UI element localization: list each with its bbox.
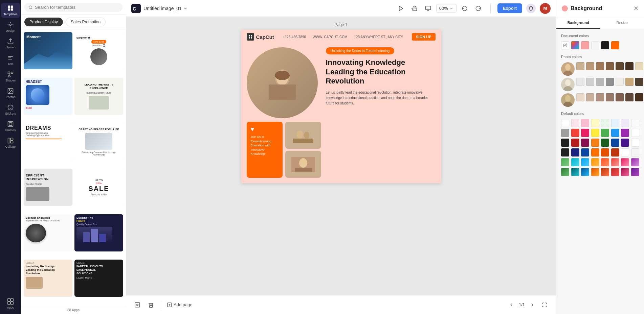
tab-sales-promotion[interactable]: Sales Promotion <box>66 18 106 26</box>
pc-swatch-6[interactable] <box>625 62 634 70</box>
dc-swatch-darkgreen[interactable] <box>601 139 609 147</box>
dc-swatch-blue[interactable] <box>611 129 619 137</box>
dc-swatch-amber[interactable] <box>591 148 599 156</box>
pc-swatch-8[interactable] <box>576 78 584 86</box>
fullscreen-button[interactable] <box>540 300 549 310</box>
dc-swatch-darkgray[interactable] <box>561 139 569 147</box>
sidebar-item-design[interactable]: Design <box>1 19 20 34</box>
redo-button[interactable] <box>473 3 484 14</box>
color-swatch-orange[interactable] <box>611 41 619 49</box>
dc-swatch-white3[interactable] <box>631 139 639 147</box>
template-card-efficient[interactable]: EFFICIENTINSPIRATION Creative Studio <box>24 169 72 206</box>
sidebar-item-upload[interactable]: Upload <box>1 36 20 51</box>
dc-swatch-burnt[interactable] <box>611 148 619 156</box>
export-button[interactable]: Export <box>497 3 522 13</box>
pc-swatch-1[interactable] <box>576 62 584 70</box>
dc-swatch-grad-red[interactable] <box>611 158 619 166</box>
pc-swatch-21[interactable] <box>635 93 643 101</box>
template-card-insights[interactable]: CapCut IN-DEPTH INSIGHTSEXCEPTIONALSOLUT… <box>74 260 123 297</box>
dc-swatch-offwhite[interactable] <box>631 119 639 127</box>
dc-swatch-pink[interactable] <box>581 129 589 137</box>
dc-swatch-yellow[interactable] <box>591 129 599 137</box>
sidebar-item-stickers[interactable]: Stickers <box>1 102 20 117</box>
zoom-control[interactable]: 60% <box>436 4 457 13</box>
dc-swatch-darkblue[interactable] <box>611 139 619 147</box>
pc-swatch-15[interactable] <box>576 93 584 101</box>
pc-swatch-12[interactable] <box>616 78 624 86</box>
dc-swatch-grad-green[interactable] <box>561 158 569 166</box>
tab-product-display[interactable]: Product Display <box>24 18 63 26</box>
pc-swatch-9[interactable] <box>586 78 594 86</box>
dc-swatch-lightgray2[interactable] <box>631 148 639 156</box>
template-card-speaker[interactable]: Speaker Showcase Experience The Magic Of… <box>24 214 72 251</box>
color-swatch-black[interactable] <box>601 41 609 49</box>
prev-page-button[interactable] <box>507 300 516 310</box>
pc-swatch-17[interactable] <box>596 93 604 101</box>
pc-swatch-18[interactable] <box>606 93 614 101</box>
pc-swatch-4[interactable] <box>606 62 614 70</box>
dc-swatch-pink-light[interactable] <box>571 119 579 127</box>
pc-swatch-14[interactable] <box>635 78 643 86</box>
panel-close-button[interactable]: ✕ <box>634 5 639 12</box>
dc-swatch-darkpink[interactable] <box>581 139 589 147</box>
dc-swatch-grad-green2[interactable] <box>561 168 569 176</box>
pc-swatch-16[interactable] <box>586 93 594 101</box>
canvas-signup-button[interactable]: SIGN UP <box>412 33 435 41</box>
dc-swatch-white2[interactable] <box>631 129 639 137</box>
template-card-leading[interactable]: LEADING THE WAY To EXCELLENCE Building a… <box>74 78 123 115</box>
dc-swatch-blue-light[interactable] <box>611 119 619 127</box>
dc-swatch-yellow-light[interactable] <box>591 119 599 127</box>
dc-swatch-grad-blue2[interactable] <box>581 168 589 176</box>
color-swatch-gradient[interactable] <box>571 41 579 49</box>
template-card-innovating[interactable]: CapCut Innovating KnowledgeLeading the E… <box>24 260 72 297</box>
color-swatch-lightgray[interactable] <box>591 41 599 49</box>
dc-swatch-purple-light[interactable] <box>621 119 629 127</box>
template-card-mountains[interactable]: Moment <box>24 32 72 69</box>
dc-swatch-green[interactable] <box>601 129 609 137</box>
dc-swatch-grad-crimson[interactable] <box>611 168 619 176</box>
search-input[interactable] <box>35 5 118 10</box>
dc-swatch-grad-violet[interactable] <box>631 168 639 176</box>
dc-swatch-grad-rose2[interactable] <box>621 168 629 176</box>
sidebar-item-apps[interactable]: Apps <box>1 296 20 311</box>
sidebar-item-photos[interactable]: Photos <box>1 86 20 101</box>
template-card-crafting[interactable]: CRAFTING SPACES FOR • LIFE Enhancing Com… <box>74 123 123 160</box>
dc-swatch-red[interactable] <box>571 129 579 137</box>
pc-swatch-5[interactable] <box>616 62 624 70</box>
pc-swatch-19[interactable] <box>616 93 624 101</box>
dc-swatch-royalblue[interactable] <box>581 148 589 156</box>
template-card-sale[interactable]: UP TO 20% SALE ANNUAL SALE <box>74 169 123 206</box>
pc-swatch-2[interactable] <box>586 62 594 70</box>
next-page-button[interactable] <box>528 300 537 310</box>
tab-resize[interactable]: Resize <box>600 17 644 29</box>
sidebar-item-shapes[interactable]: Shapes <box>1 69 20 84</box>
add-page-button[interactable]: Add page <box>164 300 195 310</box>
sidebar-item-frames[interactable]: Frames <box>1 119 20 134</box>
pc-swatch-3[interactable] <box>596 62 604 70</box>
hand-tool-button[interactable] <box>409 3 420 14</box>
pc-swatch-10[interactable] <box>596 78 604 86</box>
template-card-dreams[interactable]: DREAMS Empowering DreamsCreating Opportu… <box>24 123 72 160</box>
template-card-building[interactable]: Building The Future Quality Comes First <box>74 214 123 251</box>
sidebar-item-text[interactable]: Text <box>1 52 20 68</box>
dc-swatch-orange[interactable] <box>591 139 599 147</box>
dc-swatch-purple[interactable] <box>621 129 629 137</box>
dc-swatch-grad-pink[interactable] <box>621 158 629 166</box>
dc-swatch-white[interactable] <box>561 119 569 127</box>
dc-swatch-darkred[interactable] <box>571 139 579 147</box>
dc-swatch-rose[interactable] <box>581 119 589 127</box>
play-button[interactable] <box>396 3 406 14</box>
undo-button[interactable] <box>459 3 470 14</box>
sidebar-item-collage[interactable]: Collage <box>1 135 20 150</box>
dc-swatch-black2[interactable] <box>561 148 569 156</box>
pc-swatch-11[interactable] <box>606 78 614 86</box>
sidebar-item-templates[interactable]: Templates <box>1 3 20 18</box>
dc-swatch-deeporange[interactable] <box>601 148 609 156</box>
page-settings-button[interactable] <box>133 300 142 310</box>
dc-swatch-grad-purple[interactable] <box>631 158 639 166</box>
dc-swatch-gray[interactable] <box>561 129 569 137</box>
dc-swatch-grad-orange[interactable] <box>591 158 599 166</box>
dc-swatch-grad-orange2[interactable] <box>591 168 599 176</box>
dc-swatch-grad-blue[interactable] <box>581 158 589 166</box>
resize-view-button[interactable] <box>423 3 434 14</box>
